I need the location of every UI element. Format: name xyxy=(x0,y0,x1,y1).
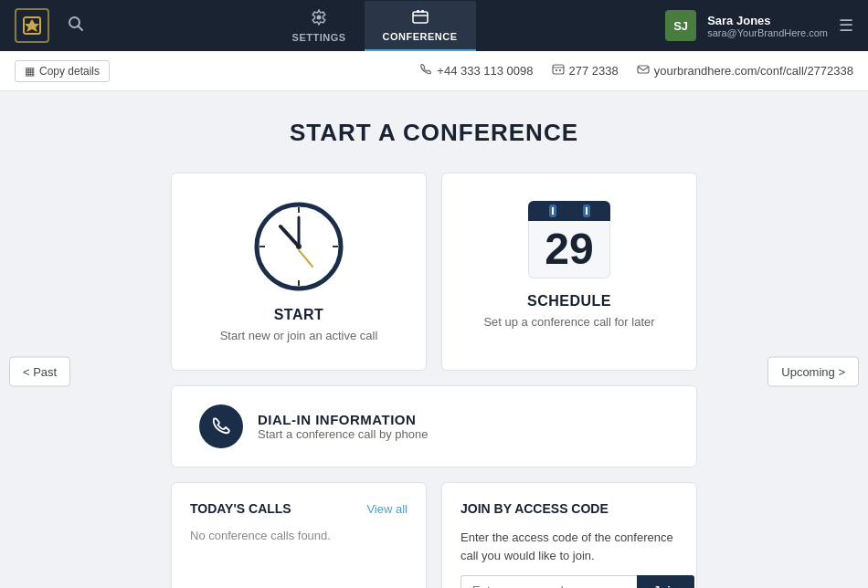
main-content: < Past Upcoming > START A CONFERENCE xyxy=(0,91,868,588)
schedule-card-desc: Set up a conference call for later xyxy=(483,315,654,329)
no-calls-message: No conference calls found. xyxy=(190,529,408,542)
dialin-title: DIAL-IN INFORMATION xyxy=(258,412,428,427)
calendar-day: 29 xyxy=(545,227,593,271)
option-cards-row: START Start new or join an active call 2… xyxy=(18,173,850,371)
mail-icon xyxy=(637,63,650,79)
search-button[interactable] xyxy=(68,16,84,37)
settings-label: SETTINGS xyxy=(292,32,346,43)
bottom-row: TODAY'S CALLS View all No conference cal… xyxy=(18,482,850,588)
dialin-phone-icon xyxy=(199,404,243,448)
todays-calls-title: TODAY'S CALLS xyxy=(190,501,291,516)
clock-icon xyxy=(253,201,344,292)
top-navigation: SETTINGS CONFERENCE SJ Sara Jones sara@Y… xyxy=(0,0,868,51)
start-card[interactable]: START Start new or join an active call xyxy=(171,173,427,371)
nav-center: SETTINGS CONFERENCE xyxy=(274,1,476,51)
schedule-card-title: SCHEDULE xyxy=(527,293,611,310)
conference-icon xyxy=(412,8,429,29)
view-all-link[interactable]: View all xyxy=(366,502,408,516)
svg-rect-11 xyxy=(559,69,561,71)
access-code-input[interactable] xyxy=(460,575,637,588)
schedule-card[interactable]: 29 SCHEDULE Set up a conference call for… xyxy=(441,173,697,371)
nav-settings[interactable]: SETTINGS xyxy=(274,2,365,50)
join-card-desc: Enter the access code of the conference … xyxy=(460,529,678,564)
avatar: SJ xyxy=(665,10,696,41)
nav-left xyxy=(15,8,84,43)
svg-line-2 xyxy=(79,26,83,30)
access-code: 277 2338 xyxy=(569,64,619,78)
join-by-access-code-card: JOIN BY ACCESS CODE Enter the access cod… xyxy=(441,482,697,588)
contact-info: +44 333 113 0098 277 2338 yourbrandher xyxy=(419,63,853,79)
join-card-header: JOIN BY ACCESS CODE xyxy=(460,501,678,516)
dialin-text: DIAL-IN INFORMATION Start a conference c… xyxy=(258,412,428,441)
svg-rect-8 xyxy=(553,65,564,74)
dialin-card[interactable]: DIAL-IN INFORMATION Start a conference c… xyxy=(171,385,697,467)
nav-conference[interactable]: CONFERENCE xyxy=(365,1,476,51)
copy-icon: ▦ xyxy=(25,65,35,78)
svg-rect-10 xyxy=(556,69,557,71)
access-code-item: 277 2338 xyxy=(552,63,619,79)
phone-number: +44 333 113 0098 xyxy=(437,64,533,78)
join-card-title: JOIN BY ACCESS CODE xyxy=(460,501,609,516)
nav-right: SJ Sara Jones sara@YourBrandHere.com ☰ xyxy=(665,10,853,41)
conference-label: CONFERENCE xyxy=(383,31,458,42)
access-input-row: Join xyxy=(460,575,678,588)
user-email: sara@YourBrandHere.com xyxy=(707,27,828,38)
dialin-desc: Start a conference call by phone xyxy=(258,427,428,441)
svg-rect-5 xyxy=(417,10,419,13)
settings-icon xyxy=(311,9,327,30)
calendar-icon: 29 xyxy=(528,201,610,278)
svg-rect-4 xyxy=(413,12,428,23)
todays-calls-header: TODAY'S CALLS View all xyxy=(190,501,408,516)
menu-icon[interactable]: ☰ xyxy=(839,16,853,36)
phone-item: +44 333 113 0098 xyxy=(419,63,533,79)
svg-rect-12 xyxy=(638,66,649,73)
user-name: Sara Jones xyxy=(707,14,828,27)
start-card-title: START xyxy=(274,307,324,323)
svg-point-3 xyxy=(317,15,322,19)
user-info: Sara Jones sara@YourBrandHere.com xyxy=(707,14,828,38)
cal-ring-right xyxy=(583,205,590,217)
todays-calls-card: TODAY'S CALLS View all No conference cal… xyxy=(171,482,427,588)
url-item: yourbrandhere.com/conf/call/2772338 xyxy=(637,63,853,79)
copy-details-button[interactable]: ▦ Copy details xyxy=(15,60,110,82)
join-button[interactable]: Join xyxy=(637,575,694,588)
svg-rect-6 xyxy=(421,10,424,13)
logo xyxy=(15,8,49,43)
subheader: ▦ Copy details +44 333 113 0098 277 2338 xyxy=(0,51,868,91)
page-title: START A CONFERENCE xyxy=(18,119,850,147)
start-card-desc: Start new or join an active call xyxy=(220,329,378,342)
phone-icon xyxy=(419,63,432,79)
conference-url: yourbrandhere.com/conf/call/2772338 xyxy=(654,64,853,78)
upcoming-button[interactable]: Upcoming > xyxy=(767,357,859,387)
past-button[interactable]: < Past xyxy=(9,357,70,387)
cal-ring-left xyxy=(549,205,556,217)
code-icon xyxy=(552,63,565,79)
